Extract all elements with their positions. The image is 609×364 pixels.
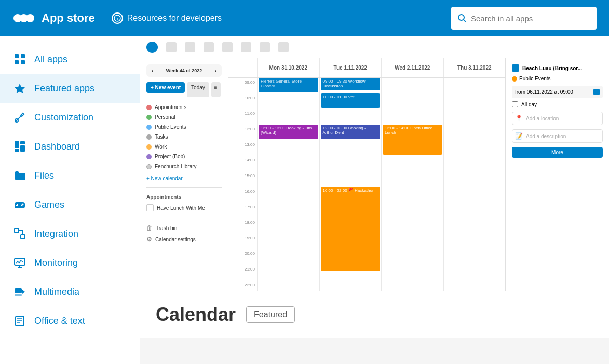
grid-icon bbox=[12, 52, 27, 66]
svg-rect-15 bbox=[20, 145, 25, 152]
sidebar-item-dashboard[interactable]: Dashboard bbox=[0, 132, 140, 161]
calendar-screenshot: ‹ Week 44 of 2022 › + New event Today bbox=[140, 36, 609, 291]
sidebar-label-multimedia: Multimedia bbox=[34, 287, 79, 298]
add-calendar-button[interactable]: + New calendar bbox=[146, 173, 222, 183]
svg-rect-9 bbox=[15, 60, 19, 64]
time-header-cell bbox=[228, 58, 257, 77]
time-16: 16:00 bbox=[228, 187, 257, 203]
event-mon-2: 12:00 - 13:00 Booking - Tim (Wizard) bbox=[259, 125, 318, 139]
category-work: Work bbox=[146, 142, 222, 152]
time-17: 17:00 bbox=[228, 203, 257, 218]
sidebar-item-customization[interactable]: Customization bbox=[0, 103, 140, 132]
time-18: 18:00 bbox=[228, 218, 257, 234]
event-tue-2: 10:00 - 11:00 Vet bbox=[321, 93, 381, 108]
category-label: Fenchurch Library bbox=[155, 164, 197, 169]
svg-rect-16 bbox=[15, 149, 19, 152]
search-icon bbox=[457, 14, 467, 23]
monitor-icon bbox=[12, 255, 27, 270]
new-event-button[interactable]: + New event bbox=[146, 82, 185, 93]
search-bar[interactable] bbox=[451, 7, 597, 30]
edit-date-icon bbox=[593, 89, 600, 95]
sidebar-label-customization: Customization bbox=[34, 112, 93, 123]
svg-text:i: i bbox=[116, 16, 118, 21]
category-appointments: Appointments bbox=[146, 102, 222, 112]
day-columns: Pierre's General Store Closed! 12:00 - 1… bbox=[257, 78, 505, 291]
event-detail-panel: Beach Luau (Bring sor... Public Events f… bbox=[505, 58, 609, 291]
tasks-dot bbox=[146, 134, 152, 140]
calendar-preview: ‹ Week 44 of 2022 › + New event Today bbox=[140, 36, 609, 291]
time-10: 10:00 bbox=[228, 93, 257, 109]
svg-point-21 bbox=[22, 204, 24, 205]
tb-icon2 bbox=[166, 42, 177, 52]
category-label: Appointments bbox=[155, 104, 186, 110]
time-09: 09:00 bbox=[228, 78, 257, 93]
sidebar-item-monitoring[interactable]: Monitoring bbox=[0, 248, 140, 277]
calendar-grid: Mon 31.10.2022 Tue 1.11.2022 Wed 2.11.20… bbox=[228, 58, 505, 291]
info-circle-icon: i bbox=[112, 12, 123, 24]
category-tasks: Tasks bbox=[146, 132, 222, 142]
description-input-row: 📝 Add a description bbox=[512, 129, 603, 143]
all-day-checkbox[interactable] bbox=[512, 101, 518, 107]
tb-icon4 bbox=[204, 42, 214, 52]
sidebar-item-games[interactable]: Games bbox=[0, 190, 140, 219]
sidebar-item-multimedia[interactable]: Multimedia bbox=[0, 277, 140, 306]
calendar-body: ‹ Week 44 of 2022 › + New event Today bbox=[140, 58, 609, 291]
featured-badge: Featured bbox=[246, 306, 295, 323]
sidebar-label-integration: Integration bbox=[34, 228, 78, 239]
app-header: App store i Resources for developers bbox=[0, 0, 609, 36]
sidebar-item-office-text[interactable]: Office & text bbox=[0, 306, 140, 335]
category-project-bob: Project (Bob) bbox=[146, 152, 222, 161]
time-21: 21:00 bbox=[228, 265, 257, 280]
event-category-row: Public Events bbox=[512, 76, 603, 82]
main-layout: All apps Featured apps Customization bbox=[0, 36, 609, 364]
resources-link[interactable]: i Resources for developers bbox=[112, 12, 222, 24]
app-info-section: Calendar Featured bbox=[140, 291, 609, 338]
time-11: 11:00 bbox=[228, 109, 257, 125]
search-input[interactable] bbox=[471, 14, 590, 23]
description-icon: 📝 bbox=[515, 132, 523, 140]
integration-icon bbox=[12, 226, 27, 241]
office-icon bbox=[12, 314, 27, 328]
week-navigator: ‹ Week 44 of 2022 › bbox=[146, 64, 222, 77]
appointments-dot bbox=[146, 105, 152, 110]
logo-area[interactable]: App store bbox=[12, 7, 95, 30]
trash-bin-item: 🗑 Trash bin bbox=[146, 222, 222, 234]
resources-label: Resources for developers bbox=[127, 14, 222, 23]
col-header-thu: Thu 3.11.2022 bbox=[443, 58, 506, 77]
sidebar-label-dashboard: Dashboard bbox=[34, 141, 80, 152]
sidebar-item-featured-apps[interactable]: Featured apps bbox=[0, 74, 140, 103]
event-tue-1: 09:00 - 09:30 Workflow Discussion bbox=[321, 78, 381, 90]
tb-icon6 bbox=[241, 42, 251, 52]
svg-rect-8 bbox=[21, 54, 25, 58]
today-button[interactable]: Today bbox=[187, 82, 209, 97]
calendar-grid-header: Mon 31.10.2022 Tue 1.11.2022 Wed 2.11.20… bbox=[228, 58, 505, 78]
app-title: Calendar bbox=[156, 304, 236, 326]
sidebar-item-integration[interactable]: Integration bbox=[0, 219, 140, 248]
trash-icon: 🗑 bbox=[146, 224, 153, 232]
event-date-row: from 06.11.2022 at 09:00 bbox=[512, 86, 603, 98]
nextcloud-logo-icon bbox=[12, 7, 35, 30]
time-22: 22:00 bbox=[228, 280, 257, 291]
sidebar-label-games: Games bbox=[34, 199, 64, 210]
event-category-label: Public Events bbox=[519, 76, 551, 82]
app-store-title: App store bbox=[42, 11, 95, 25]
more-button[interactable]: More bbox=[512, 147, 603, 158]
next-week-icon: › bbox=[214, 68, 216, 74]
sidebar-item-all-apps[interactable]: All apps bbox=[0, 45, 140, 74]
event-title: Beach Luau (Bring sor... bbox=[522, 65, 582, 71]
calendar-settings-item: ⚙ Calendar settings bbox=[146, 234, 222, 245]
col-wed: 12:00 - 14:00 Open Office Lunch bbox=[381, 78, 443, 291]
svg-point-2 bbox=[26, 14, 34, 22]
sidebar-label-featured-apps: Featured apps bbox=[34, 83, 94, 94]
location-placeholder: Add a location bbox=[526, 116, 559, 122]
project-bob-dot bbox=[146, 154, 152, 159]
view-toggle-button[interactable]: ≡ bbox=[211, 82, 221, 97]
sidebar-item-files[interactable]: Files bbox=[0, 161, 140, 190]
event-mon-1: Pierre's General Store Closed! bbox=[259, 78, 318, 92]
wrench-icon bbox=[12, 110, 27, 125]
event-wed-1: 12:00 - 14:00 Open Office Lunch bbox=[383, 125, 442, 155]
tb-icon5 bbox=[222, 42, 233, 52]
col-tue: 09:00 - 09:30 Workflow Discussion 10:00 … bbox=[319, 78, 382, 291]
tb-icon8 bbox=[278, 42, 289, 52]
all-day-label: All day bbox=[521, 102, 537, 107]
